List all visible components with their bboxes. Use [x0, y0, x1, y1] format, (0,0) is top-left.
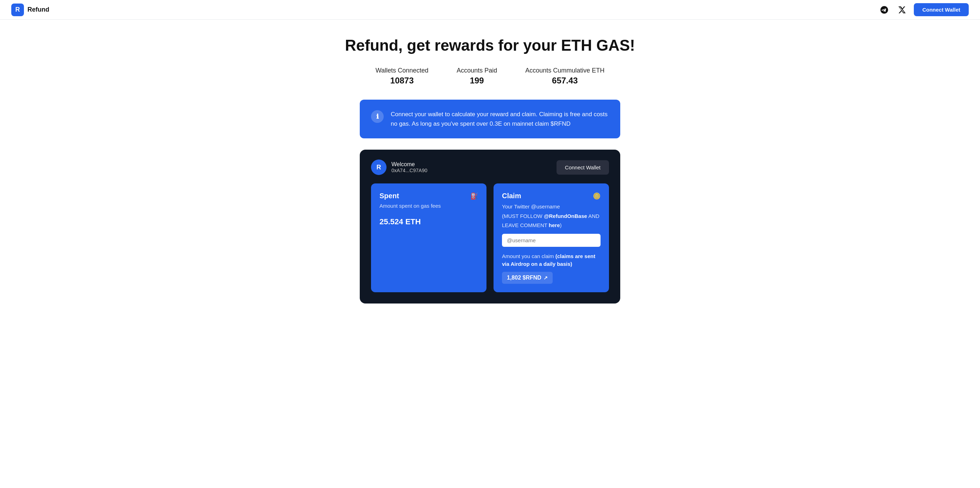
cards-row: Spent ⛽ Amount spent on gas fees 25.524 … [371, 183, 609, 292]
claim-card: Claim 🪙 Your Twitter @username (MUST FOL… [493, 183, 609, 292]
gas-icon: ⛽ [470, 192, 478, 200]
stat-paid-label: Accounts Paid [457, 67, 497, 74]
twitter-x-icon[interactable] [896, 4, 907, 16]
spent-amount: 25.524 ETH [379, 217, 478, 226]
rfnd-badge[interactable]: 1,802 $RFND ↗ [502, 272, 553, 284]
avatar: R [371, 159, 387, 175]
panel-connect-wallet-button[interactable]: Connect Wallet [557, 160, 609, 175]
panel-header: R Welcome 0xA74...C97A90 Connect Wallet [371, 159, 609, 175]
external-link-icon: ↗ [544, 275, 548, 281]
card-panel: R Welcome 0xA74...C97A90 Connect Wallet … [360, 150, 620, 303]
claim-card-title: Claim 🪙 [502, 192, 601, 200]
info-icon: ℹ [371, 110, 384, 123]
user-welcome: Welcome [391, 161, 427, 167]
info-text: Connect your wallet to calculate your re… [391, 110, 609, 129]
stats-row: Wallets Connected 10873 Accounts Paid 19… [375, 67, 605, 86]
claim-amount-label: Amount you can claim (claims are sent vi… [502, 252, 601, 268]
spent-card-title: Spent ⛽ [379, 192, 478, 200]
stat-wallets-label: Wallets Connected [375, 67, 428, 74]
main-content: Refund, get rewards for your ETH GAS! Wa… [0, 20, 980, 303]
stack-icon: 🪙 [593, 192, 601, 200]
logo-icon: R [11, 3, 24, 16]
stat-accounts-paid: Accounts Paid 199 [457, 67, 497, 86]
claim-leave-comment: LEAVE COMMENT here) [502, 222, 601, 230]
navbar: R Refund Connect Wallet [0, 0, 980, 20]
stat-cumulative-eth: Accounts Cummulative ETH 657.43 [525, 67, 605, 86]
info-box: ℹ Connect your wallet to calculate your … [360, 100, 620, 139]
user-address: 0xA74...C97A90 [391, 167, 427, 173]
spent-card: Spent ⛽ Amount spent on gas fees 25.524 … [371, 183, 487, 292]
connect-wallet-button[interactable]: Connect Wallet [914, 3, 969, 16]
logo-text: Refund [27, 6, 49, 13]
telegram-icon[interactable] [879, 4, 890, 16]
navbar-right: Connect Wallet [879, 3, 969, 16]
stat-eth-label: Accounts Cummulative ETH [525, 67, 605, 74]
stat-paid-value: 199 [457, 76, 497, 86]
navbar-left: R Refund [11, 3, 49, 16]
claim-twitter-line: Your Twitter @username [502, 203, 601, 211]
stat-wallets-connected: Wallets Connected 10873 [375, 67, 428, 86]
user-info: R Welcome 0xA74...C97A90 [371, 159, 427, 175]
claim-must-follow: (MUST FOLLOW @RefundOnBase AND [502, 212, 601, 220]
hero-title: Refund, get rewards for your ETH GAS! [345, 37, 635, 54]
stat-wallets-value: 10873 [375, 76, 428, 86]
username-input[interactable] [502, 234, 601, 247]
spent-subtitle: Amount spent on gas fees [379, 203, 478, 209]
user-details: Welcome 0xA74...C97A90 [391, 161, 427, 173]
stat-eth-value: 657.43 [525, 76, 605, 86]
